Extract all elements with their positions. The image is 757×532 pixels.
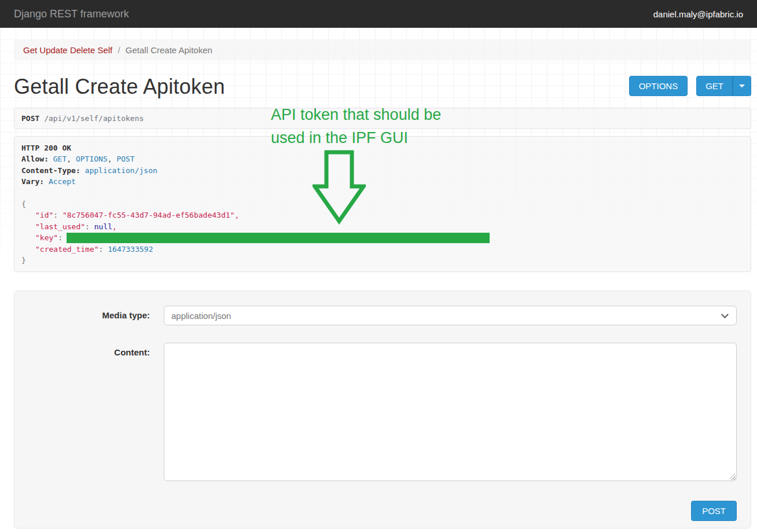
media-type-select[interactable]: application/json (164, 306, 737, 325)
response-allow-header: Allow: GET, OPTIONS, POST (21, 153, 744, 164)
json-entry-created-time: "created_time": 1647333592 (21, 244, 744, 255)
json-open-brace: { (21, 199, 744, 210)
response-panel: HTTP 200 OKAllow: GET, OPTIONS, POSTCont… (14, 136, 751, 272)
content-row: Content: (28, 343, 737, 483)
post-form-panel: Media type: application/json Content: PO… (14, 291, 751, 529)
user-email: daniel.maly@ipfabric.io (653, 9, 743, 19)
media-type-label: Media type: (28, 306, 150, 320)
top-navbar: Django REST framework daniel.maly@ipfabr… (0, 0, 757, 28)
json-entry-last-used: "last_used": null, (21, 221, 744, 232)
breadcrumb-parent-link[interactable]: Get Update Delete Self (23, 45, 112, 55)
get-dropdown-button[interactable] (733, 76, 751, 96)
breadcrumb-current: Getall Create Apitoken (126, 45, 212, 55)
breadcrumb: Get Update Delete Self / Getall Create A… (14, 39, 751, 61)
options-button[interactable]: OPTIONS (629, 76, 688, 96)
brand-link[interactable]: Django REST framework (14, 8, 129, 20)
response-vary-header: Vary: Accept (21, 176, 744, 187)
media-type-row: Media type: application/json (28, 306, 737, 325)
json-close-brace: } (21, 255, 744, 266)
breadcrumb-separator: / (115, 45, 123, 55)
title-row: Getall Create Apitoken OPTIONS GET (14, 75, 751, 99)
content-textarea[interactable] (164, 343, 737, 481)
response-status-line: HTTP 200 OK (21, 142, 744, 153)
request-path: /api/v1/self/apitokens (44, 114, 144, 123)
title-buttons: OPTIONS GET (629, 75, 751, 96)
json-entry-key: "key": (21, 232, 744, 243)
form-actions: POST (28, 501, 737, 521)
request-line: POST /api/v1/self/apitokens (14, 108, 751, 129)
response-content-type-header: Content-Type: application/json (21, 165, 744, 176)
page-title: Getall Create Apitoken (14, 75, 225, 99)
request-method: POST (21, 114, 39, 123)
get-split-button: GET (696, 76, 751, 96)
json-entry-id: "id": "8c756047-fc55-43d7-94ad-ef56bade4… (21, 210, 744, 221)
post-submit-button[interactable]: POST (691, 501, 737, 521)
blank-line (21, 188, 744, 199)
content-label: Content: (28, 343, 150, 357)
get-button[interactable]: GET (696, 76, 733, 96)
chevron-down-icon (739, 85, 745, 87)
